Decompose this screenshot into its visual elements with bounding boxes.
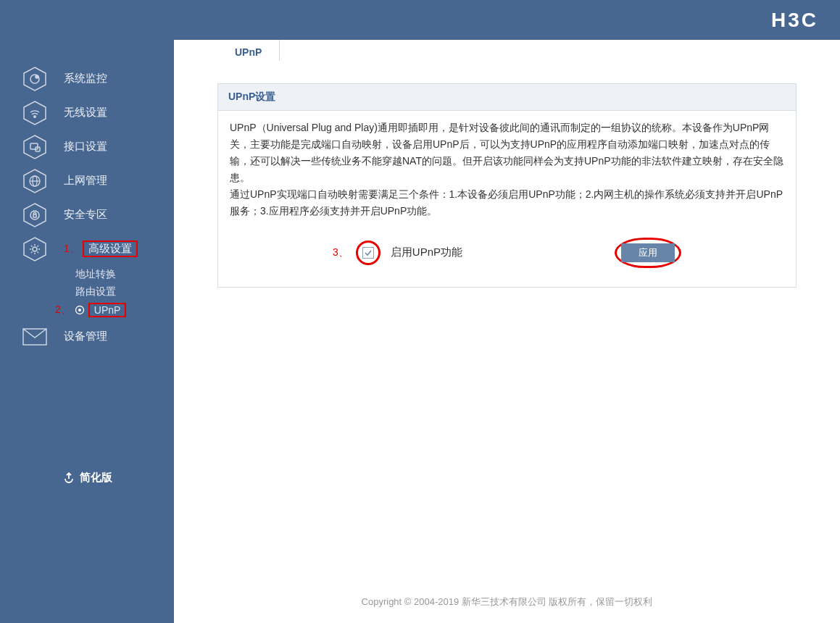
advanced-submenu: 地址转换 路由设置 2、 UPnP: [0, 266, 174, 319]
sidebar-item-wireless[interactable]: 无线设置: [0, 96, 174, 130]
panel-title: UPnP设置: [218, 84, 796, 111]
app-header: H3C: [0, 0, 840, 40]
sidebar-item-security[interactable]: 安全专区: [0, 198, 174, 232]
submenu-item-route[interactable]: 路由设置: [75, 283, 174, 301]
sidebar: 系统监控 无线设置 接口设置 上网管理: [0, 40, 174, 623]
sidebar-item-label: 系统监控: [64, 72, 107, 85]
upnp-panel: UPnP设置 UPnP（Universal Plug and Play)通用即插…: [217, 83, 797, 288]
wifi-icon: [22, 100, 48, 126]
svg-rect-6: [30, 143, 38, 149]
svg-rect-14: [33, 214, 36, 217]
sidebar-item-advanced[interactable]: 1、 高级设置: [0, 232, 174, 266]
upnp-description-1: UPnP（Universal Plug and Play)通用即插即用，是针对设…: [230, 120, 784, 186]
annotation-circle-checkbox: [356, 241, 381, 265]
sidebar-item-label: 上网管理: [64, 174, 107, 188]
enable-upnp-label: 启用UPnP功能: [391, 243, 462, 262]
active-item-icon: [74, 304, 86, 316]
brand-logo: H3C: [771, 9, 818, 32]
sidebar-item-label: 设备管理: [64, 330, 107, 343]
sidebar-item-internet[interactable]: 上网管理: [0, 164, 174, 198]
enable-upnp-checkbox[interactable]: [362, 247, 374, 259]
svg-point-16: [33, 247, 37, 251]
submenu-item-nat[interactable]: 地址转换: [75, 266, 174, 283]
main-area: UPnP UPnP设置 UPnP（Universal Plug and Play…: [174, 40, 840, 623]
sidebar-item-label: 接口设置: [64, 140, 107, 154]
globe-icon: [22, 168, 48, 194]
svg-point-4: [34, 115, 36, 117]
sidebar-item-label: 无线设置: [64, 106, 107, 120]
tab-bar: UPnP: [174, 40, 840, 62]
svg-point-18: [78, 309, 81, 312]
upnp-description-2: 通过UPnP实现端口自动映射需要满足三个条件：1.本设备必须启用UPnP功能；2…: [230, 186, 784, 219]
submenu-item-upnp[interactable]: 2、 UPnP: [55, 301, 174, 319]
footer-copyright: Copyright © 2004-2019 新华三技术有限公司 版权所有，保留一…: [174, 595, 840, 609]
sidebar-item-interface[interactable]: 接口设置: [0, 130, 174, 164]
annotation-1: 1、: [64, 243, 80, 254]
tab-upnp[interactable]: UPnP: [217, 40, 280, 61]
device-icon: [22, 327, 48, 346]
sidebar-item-label: 安全专区: [64, 208, 107, 222]
sidebar-item-monitor[interactable]: 系统监控: [0, 62, 174, 96]
sidebar-item-device[interactable]: 设备管理: [0, 319, 174, 354]
monitor-icon: [22, 66, 48, 92]
interface-icon: [22, 134, 48, 160]
sidebar-item-label: 高级设置: [88, 242, 132, 254]
apply-button[interactable]: 应用: [621, 243, 675, 262]
check-icon: [364, 248, 373, 257]
annotation-circle-apply: 应用: [615, 238, 681, 268]
simple-mode-label: 简化版: [80, 471, 112, 485]
annotation-3: 3、: [333, 244, 349, 261]
annotation-2: 2、: [55, 304, 71, 317]
simple-mode-button[interactable]: 简化版: [0, 470, 174, 485]
svg-point-2: [36, 75, 38, 78]
gear-icon: [22, 236, 48, 262]
upload-icon: [62, 470, 75, 485]
submenu-item-label: UPnP: [94, 304, 121, 316]
lock-icon: [22, 202, 48, 228]
